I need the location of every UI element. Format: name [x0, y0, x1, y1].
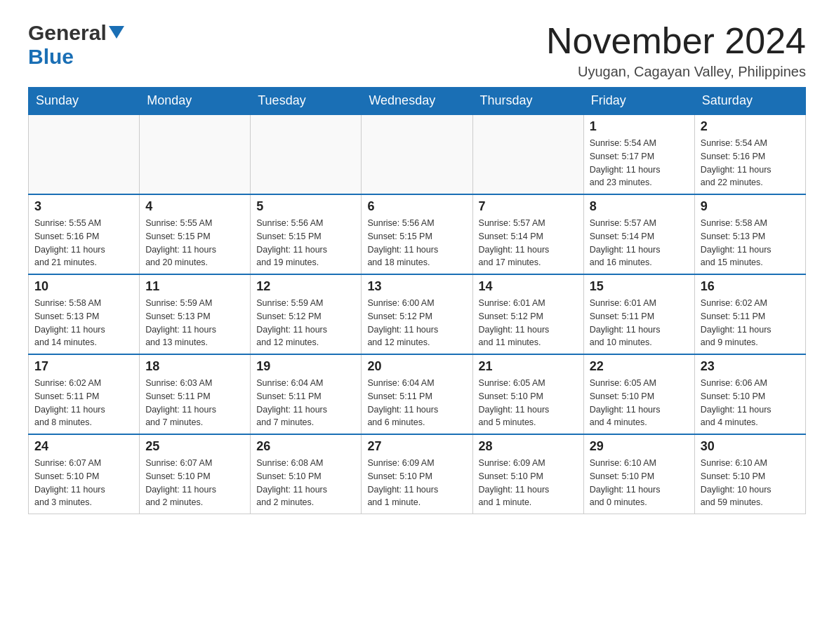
calendar-cell: 27Sunrise: 6:09 AM Sunset: 5:10 PM Dayli…: [362, 434, 472, 514]
week-row-3: 10Sunrise: 5:58 AM Sunset: 5:13 PM Dayli…: [29, 274, 806, 354]
day-number: 4: [145, 199, 244, 214]
day-number: 3: [34, 199, 133, 214]
day-info: Sunrise: 6:05 AM Sunset: 5:10 PM Dayligh…: [479, 377, 578, 429]
calendar-cell: 21Sunrise: 6:05 AM Sunset: 5:10 PM Dayli…: [472, 354, 583, 434]
calendar-cell: 19Sunrise: 6:04 AM Sunset: 5:11 PM Dayli…: [251, 354, 362, 434]
weekday-header-wednesday: Wednesday: [362, 88, 472, 115]
day-info: Sunrise: 6:09 AM Sunset: 5:10 PM Dayligh…: [367, 457, 466, 509]
weekday-header-tuesday: Tuesday: [251, 88, 362, 115]
day-info: Sunrise: 6:07 AM Sunset: 5:10 PM Dayligh…: [145, 457, 244, 509]
day-info: Sunrise: 5:54 AM Sunset: 5:17 PM Dayligh…: [590, 137, 689, 189]
calendar-cell: 8Sunrise: 5:57 AM Sunset: 5:14 PM Daylig…: [583, 194, 694, 274]
day-number: 20: [367, 359, 466, 374]
day-info: Sunrise: 6:02 AM Sunset: 5:11 PM Dayligh…: [34, 377, 133, 429]
day-number: 16: [701, 279, 800, 294]
location-subtitle: Uyugan, Cagayan Valley, Philippines: [546, 64, 806, 80]
day-number: 28: [479, 439, 578, 454]
calendar-cell: 28Sunrise: 6:09 AM Sunset: 5:10 PM Dayli…: [472, 434, 583, 514]
day-info: Sunrise: 6:10 AM Sunset: 5:10 PM Dayligh…: [701, 457, 800, 509]
calendar-cell: [362, 114, 472, 194]
calendar-cell: 30Sunrise: 6:10 AM Sunset: 5:10 PM Dayli…: [694, 434, 805, 514]
day-info: Sunrise: 6:01 AM Sunset: 5:12 PM Dayligh…: [479, 297, 578, 349]
calendar-cell: 20Sunrise: 6:04 AM Sunset: 5:11 PM Dayli…: [362, 354, 472, 434]
calendar-cell: 22Sunrise: 6:05 AM Sunset: 5:10 PM Dayli…: [583, 354, 694, 434]
day-number: 10: [34, 279, 133, 294]
day-number: 27: [367, 439, 466, 454]
day-info: Sunrise: 6:04 AM Sunset: 5:11 PM Dayligh…: [256, 377, 355, 429]
day-number: 24: [34, 439, 133, 454]
day-info: Sunrise: 6:05 AM Sunset: 5:10 PM Dayligh…: [590, 377, 689, 429]
calendar-cell: 23Sunrise: 6:06 AM Sunset: 5:10 PM Dayli…: [694, 354, 805, 434]
page-header: General Blue November 2024 Uyugan, Cagay…: [28, 21, 806, 80]
logo-general: General: [28, 21, 107, 45]
day-number: 22: [590, 359, 689, 374]
logo-blue: Blue: [28, 45, 74, 68]
weekday-header-thursday: Thursday: [472, 88, 583, 115]
weekday-header-saturday: Saturday: [694, 88, 805, 115]
calendar-cell: 9Sunrise: 5:58 AM Sunset: 5:13 PM Daylig…: [694, 194, 805, 274]
logo: General Blue: [28, 21, 124, 69]
calendar-cell: 7Sunrise: 5:57 AM Sunset: 5:14 PM Daylig…: [472, 194, 583, 274]
calendar-cell: 15Sunrise: 6:01 AM Sunset: 5:11 PM Dayli…: [583, 274, 694, 354]
title-area: November 2024 Uyugan, Cagayan Valley, Ph…: [546, 21, 806, 80]
week-row-4: 17Sunrise: 6:02 AM Sunset: 5:11 PM Dayli…: [29, 354, 806, 434]
day-number: 13: [367, 279, 466, 294]
day-number: 11: [145, 279, 244, 294]
day-info: Sunrise: 5:59 AM Sunset: 5:12 PM Dayligh…: [256, 297, 355, 349]
calendar-cell: 17Sunrise: 6:02 AM Sunset: 5:11 PM Dayli…: [29, 354, 140, 434]
day-info: Sunrise: 6:01 AM Sunset: 5:11 PM Dayligh…: [590, 297, 689, 349]
day-info: Sunrise: 5:56 AM Sunset: 5:15 PM Dayligh…: [256, 217, 355, 269]
calendar-header-row: SundayMondayTuesdayWednesdayThursdayFrid…: [29, 88, 806, 115]
calendar-cell: 12Sunrise: 5:59 AM Sunset: 5:12 PM Dayli…: [251, 274, 362, 354]
day-info: Sunrise: 6:07 AM Sunset: 5:10 PM Dayligh…: [34, 457, 133, 509]
day-info: Sunrise: 5:54 AM Sunset: 5:16 PM Dayligh…: [701, 137, 800, 189]
calendar-cell: 2Sunrise: 5:54 AM Sunset: 5:16 PM Daylig…: [694, 114, 805, 194]
calendar-cell: 18Sunrise: 6:03 AM Sunset: 5:11 PM Dayli…: [140, 354, 251, 434]
day-number: 19: [256, 359, 355, 374]
weekday-header-friday: Friday: [583, 88, 694, 115]
calendar-cell: 16Sunrise: 6:02 AM Sunset: 5:11 PM Dayli…: [694, 274, 805, 354]
calendar-cell: 11Sunrise: 5:59 AM Sunset: 5:13 PM Dayli…: [140, 274, 251, 354]
day-info: Sunrise: 6:06 AM Sunset: 5:10 PM Dayligh…: [701, 377, 800, 429]
day-number: 26: [256, 439, 355, 454]
day-info: Sunrise: 6:09 AM Sunset: 5:10 PM Dayligh…: [479, 457, 578, 509]
day-info: Sunrise: 5:57 AM Sunset: 5:14 PM Dayligh…: [590, 217, 689, 269]
day-info: Sunrise: 6:03 AM Sunset: 5:11 PM Dayligh…: [145, 377, 244, 429]
calendar-cell: [29, 114, 140, 194]
day-info: Sunrise: 5:56 AM Sunset: 5:15 PM Dayligh…: [367, 217, 466, 269]
day-info: Sunrise: 5:57 AM Sunset: 5:14 PM Dayligh…: [479, 217, 578, 269]
day-number: 23: [701, 359, 800, 374]
day-number: 30: [701, 439, 800, 454]
week-row-5: 24Sunrise: 6:07 AM Sunset: 5:10 PM Dayli…: [29, 434, 806, 514]
calendar-cell: 3Sunrise: 5:55 AM Sunset: 5:16 PM Daylig…: [29, 194, 140, 274]
week-row-2: 3Sunrise: 5:55 AM Sunset: 5:16 PM Daylig…: [29, 194, 806, 274]
calendar-cell: 29Sunrise: 6:10 AM Sunset: 5:10 PM Dayli…: [583, 434, 694, 514]
day-info: Sunrise: 6:02 AM Sunset: 5:11 PM Dayligh…: [701, 297, 800, 349]
calendar-cell: 6Sunrise: 5:56 AM Sunset: 5:15 PM Daylig…: [362, 194, 472, 274]
calendar-cell: 25Sunrise: 6:07 AM Sunset: 5:10 PM Dayli…: [140, 434, 251, 514]
day-number: 21: [479, 359, 578, 374]
day-info: Sunrise: 6:00 AM Sunset: 5:12 PM Dayligh…: [367, 297, 466, 349]
calendar-cell: 14Sunrise: 6:01 AM Sunset: 5:12 PM Dayli…: [472, 274, 583, 354]
day-number: 5: [256, 199, 355, 214]
day-number: 18: [145, 359, 244, 374]
day-number: 7: [479, 199, 578, 214]
day-number: 25: [145, 439, 244, 454]
day-info: Sunrise: 6:08 AM Sunset: 5:10 PM Dayligh…: [256, 457, 355, 509]
calendar-cell: [251, 114, 362, 194]
day-info: Sunrise: 5:59 AM Sunset: 5:13 PM Dayligh…: [145, 297, 244, 349]
calendar-table: SundayMondayTuesdayWednesdayThursdayFrid…: [28, 87, 806, 514]
day-number: 2: [701, 119, 800, 134]
month-title: November 2024: [546, 21, 806, 61]
calendar-cell: [472, 114, 583, 194]
logo-triangle-icon: [109, 26, 124, 41]
day-number: 6: [367, 199, 466, 214]
day-info: Sunrise: 5:55 AM Sunset: 5:15 PM Dayligh…: [145, 217, 244, 269]
calendar-cell: 4Sunrise: 5:55 AM Sunset: 5:15 PM Daylig…: [140, 194, 251, 274]
day-info: Sunrise: 6:10 AM Sunset: 5:10 PM Dayligh…: [590, 457, 689, 509]
weekday-header-sunday: Sunday: [29, 88, 140, 115]
calendar-cell: 26Sunrise: 6:08 AM Sunset: 5:10 PM Dayli…: [251, 434, 362, 514]
day-info: Sunrise: 5:58 AM Sunset: 5:13 PM Dayligh…: [701, 217, 800, 269]
weekday-header-monday: Monday: [140, 88, 251, 115]
day-number: 29: [590, 439, 689, 454]
